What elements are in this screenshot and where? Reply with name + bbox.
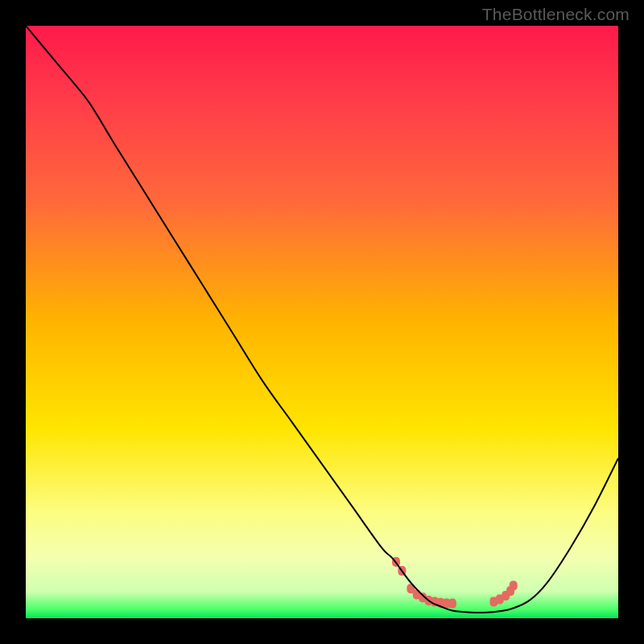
chart-marker [448,599,456,609]
chart-plot-area [26,26,618,618]
chart-marker [510,581,518,591]
watermark-text: TheBottleneck.com [482,5,630,24]
chart-background [26,26,618,618]
chart-svg [26,26,618,618]
